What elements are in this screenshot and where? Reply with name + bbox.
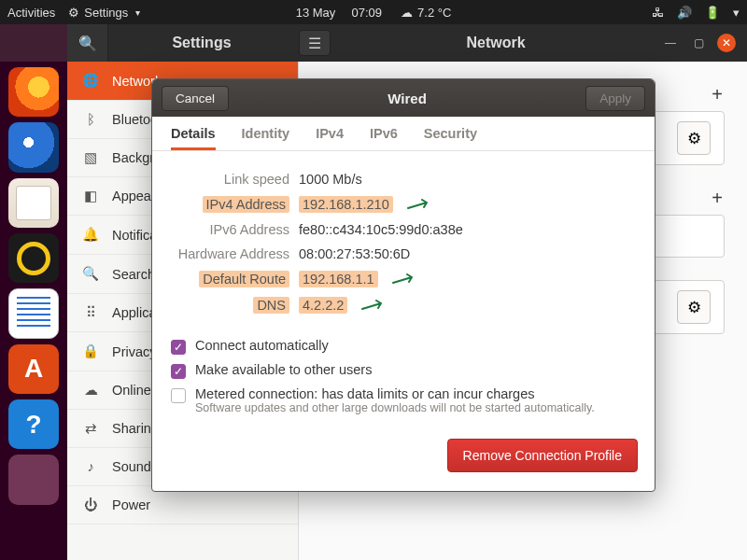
detail-label: Default Route [163, 272, 299, 287]
weather-temp: 7.2 °C [417, 6, 451, 20]
appearance-icon: ◧ [82, 189, 99, 203]
apply-button[interactable]: Apply [585, 86, 645, 111]
cloud-icon: ☁ [401, 6, 413, 20]
checkbox[interactable] [171, 388, 186, 403]
detail-label: IPv4 Address [163, 197, 299, 212]
gear-icon: ⚙ [68, 6, 79, 20]
globe-icon: 🌐 [82, 73, 99, 89]
detail-value: 192.168.1.210 [299, 196, 393, 213]
detail-value: 1000 Mb/s [299, 172, 362, 187]
annotation-arrow-icon [391, 272, 423, 287]
sidebar-item-label: Sound [112, 459, 151, 474]
detail-label: Hardware Address [163, 246, 299, 261]
grid-icon: ⠿ [82, 305, 99, 320]
remove-profile-button[interactable]: Remove Connection Profile [447, 439, 638, 472]
dock-help[interactable] [8, 399, 59, 449]
bluetooth-icon: ᛒ [82, 112, 99, 127]
dialog-tabs: DetailsIdentityIPv4IPv6Security [152, 117, 655, 151]
dock-app[interactable] [8, 455, 59, 504]
window-headerbar: 🔍 Settings ☰ Network — ▢ ✕ [67, 24, 747, 62]
cloud-icon: ☁ [82, 383, 99, 398]
battery-icon[interactable]: 🔋 [705, 6, 720, 20]
dialog-body: Link speed1000 Mb/sIPv4 Address192.168.1… [152, 151, 655, 439]
checkbox-label: Metered connection: has data limits or c… [195, 386, 595, 414]
headerbar-app-title: Settings [108, 35, 295, 51]
detail-row: Default Route192.168.1.1 [163, 271, 636, 287]
tab-identity[interactable]: Identity [242, 126, 290, 150]
checkbox-row: Make available to other users [171, 362, 636, 379]
tab-ipv4[interactable]: IPv4 [316, 126, 344, 150]
detail-label: DNS [163, 298, 299, 313]
music-icon: ♪ [82, 459, 99, 474]
detail-row: DNS4.2.2.2 [163, 297, 636, 314]
window-close-button[interactable]: ✕ [717, 34, 736, 52]
weather-indicator[interactable]: ☁ 7.2 °C [401, 6, 451, 20]
dock-software[interactable] [8, 344, 59, 394]
topbar-app-label: Settings [84, 6, 128, 20]
detail-value: fe80::c434:10c5:99d0:a38e [299, 222, 463, 237]
headerbar-page-title: Network [331, 35, 661, 51]
gear-icon: ⚙ [687, 129, 701, 148]
wired-settings-button[interactable]: ⚙ [677, 121, 711, 155]
window-maximize-button[interactable]: ▢ [689, 34, 708, 52]
clock-date: 13 May [296, 6, 336, 20]
gear-icon: ⚙ [687, 298, 701, 317]
add-wired-button[interactable]: + [712, 84, 723, 105]
background-icon: ▧ [82, 150, 99, 165]
checkbox-label: Connect automatically [195, 338, 329, 353]
search-icon: 🔍 [78, 35, 97, 52]
annotation-arrow-icon [406, 197, 438, 212]
dock-top-spacer [0, 24, 67, 62]
tab-security[interactable]: Security [424, 126, 477, 150]
search-icon: 🔍 [82, 266, 99, 282]
dock-show-apps[interactable] [8, 511, 59, 560]
annotation-arrow-icon [360, 298, 392, 313]
sidebar-item-label: Power [112, 497, 150, 512]
share-icon: ⇄ [82, 421, 99, 436]
tab-details[interactable]: Details [171, 126, 216, 150]
detail-row: Hardware Address08:00:27:53:50:6D [163, 246, 636, 261]
checkbox[interactable] [171, 340, 186, 355]
hamburger-icon: ☰ [308, 35, 321, 52]
dock-files[interactable] [8, 178, 59, 228]
sidebar-item-power[interactable]: ⏻Power [67, 486, 298, 525]
detail-row: IPv4 Address192.168.1.210 [163, 196, 636, 213]
dialog-titlebar: Cancel Wired Apply [152, 79, 655, 117]
checkbox-label: Make available to other users [195, 362, 372, 377]
dock [0, 62, 67, 560]
add-vpn-button[interactable]: + [712, 188, 723, 209]
activities-button[interactable]: Activities [7, 6, 55, 20]
gnome-topbar: Activities ⚙ Settings 13 May 07:09 ☁ 7.2… [0, 0, 747, 24]
dock-thunderbird[interactable] [8, 122, 59, 172]
dock-firefox[interactable] [8, 67, 59, 117]
network-status-icon[interactable]: 🖧 [652, 6, 664, 20]
clock[interactable]: 13 May 07:09 [296, 6, 382, 20]
dialog-title: Wired [388, 91, 427, 106]
checkbox[interactable] [171, 364, 186, 379]
chevron-down-icon[interactable]: ▾ [733, 6, 740, 20]
checkbox-row: Metered connection: has data limits or c… [171, 386, 636, 414]
checkbox-row: Connect automatically [171, 338, 636, 355]
detail-label: Link speed [163, 172, 299, 187]
detail-value: 08:00:27:53:50:6D [299, 246, 410, 261]
headerbar-search-button[interactable]: 🔍 [67, 24, 108, 62]
lock-icon: 🔒 [82, 343, 99, 359]
tab-ipv6[interactable]: IPv6 [370, 126, 398, 150]
sidebar-item-label: Search [112, 267, 155, 282]
detail-label: IPv6 Address [163, 222, 299, 237]
volume-icon[interactable]: 🔊 [677, 6, 692, 20]
clock-time: 07:09 [352, 6, 383, 20]
cancel-button[interactable]: Cancel [162, 86, 229, 111]
bell-icon: 🔔 [82, 227, 99, 243]
sidebar-item-label: Privacy [112, 344, 157, 359]
dock-rhythmbox[interactable] [8, 233, 59, 283]
proxy-settings-button[interactable]: ⚙ [677, 290, 711, 324]
power-icon: ⏻ [82, 497, 99, 512]
detail-row: IPv6 Addressfe80::c434:10c5:99d0:a38e [163, 222, 636, 237]
headerbar-menu-button[interactable]: ☰ [299, 30, 331, 56]
window-minimize-button[interactable]: — [661, 34, 680, 52]
topbar-app-menu[interactable]: ⚙ Settings [68, 6, 140, 20]
dock-libreoffice-writer[interactable] [8, 288, 59, 338]
connection-editor-dialog: Cancel Wired Apply DetailsIdentityIPv4IP… [151, 78, 655, 492]
detail-row: Link speed1000 Mb/s [163, 172, 636, 187]
